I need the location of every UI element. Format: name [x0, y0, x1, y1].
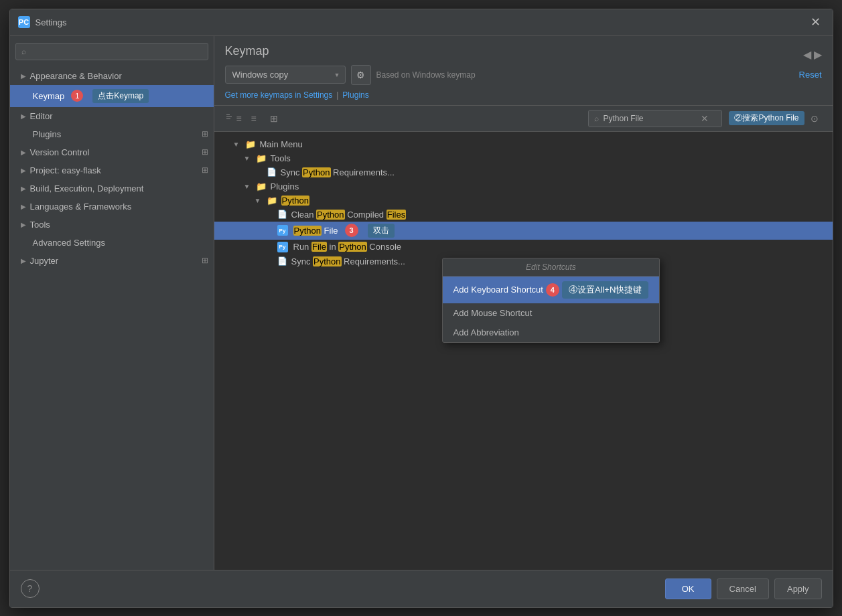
- close-button[interactable]: ✕: [807, 13, 825, 31]
- sidebar-item-appearance[interactable]: ▶ Appearance & Behavior: [10, 67, 214, 85]
- sidebar-item-label: Advanced Settings: [33, 238, 105, 248]
- sidebar-item-label: Tools: [30, 220, 50, 230]
- tree-item-label: Python File: [293, 226, 338, 236]
- title-bar: PC Settings ✕: [10, 9, 833, 36]
- highlight-python: Python: [281, 196, 309, 206]
- shortcut-annotation: ④设置All+N快捷键: [562, 281, 648, 299]
- svg-rect-1: [226, 117, 232, 117]
- highlight-file: File: [311, 242, 327, 252]
- tree-item-run-file[interactable]: Py Run File in Python Console: [214, 240, 833, 254]
- tree-item-label: Python: [281, 196, 309, 206]
- context-menu-add-keyboard[interactable]: Add Keyboard Shortcut 4 ④设置All+N快捷键: [443, 277, 660, 303]
- chevron-icon: ▼: [244, 183, 252, 190]
- sidebar-item-plugins[interactable]: Plugins ⊞: [10, 125, 214, 143]
- sidebar-search-icon: ⌕: [21, 47, 26, 56]
- sidebar: ⌕ ▶ Appearance & Behavior Keymap 1 点击Key…: [10, 36, 214, 570]
- sidebar-item-keymap[interactable]: Keymap 1 点击Keymap: [10, 85, 214, 107]
- clear-search-button[interactable]: ✕: [701, 113, 709, 124]
- file-icon: 📄: [267, 167, 277, 177]
- plugins-icon: ⊞: [202, 129, 208, 139]
- help-button[interactable]: ?: [21, 579, 40, 598]
- plugins-link[interactable]: Plugins: [342, 90, 368, 100]
- back-button[interactable]: ◀: [803, 48, 811, 61]
- double-click-annotation: 双击: [368, 224, 395, 238]
- chevron-icon: ▶: [21, 221, 26, 228]
- navigate-icon[interactable]: ⊙: [807, 111, 822, 126]
- tree-item-label: Main Menu: [260, 139, 303, 149]
- highlight-python4: Python: [338, 242, 366, 252]
- panel-header: Keymap ◀ ▶ Windows copy ⚙ Based on Windo…: [214, 36, 833, 106]
- highlight-python2: Python: [316, 210, 344, 220]
- chevron-icon: ▼: [233, 141, 241, 148]
- folder-icon: 📁: [245, 139, 256, 149]
- tree-item-python-file[interactable]: Py Python File 3 双击: [214, 222, 833, 240]
- sidebar-item-label: Jupyter: [30, 256, 59, 266]
- sidebar-item-editor[interactable]: ▶ Editor: [10, 107, 214, 125]
- tree-toolbar: ≡ ≡ ⊞ ⌕ ✕ ②搜索Python File ⊙: [214, 106, 833, 132]
- sidebar-search[interactable]: ⌕: [15, 43, 208, 60]
- chevron-icon: ▼: [244, 155, 252, 162]
- svg-rect-2: [226, 119, 230, 119]
- collapse-all-button[interactable]: ≡: [245, 110, 263, 127]
- sidebar-item-build[interactable]: ▶ Build, Execution, Deployment: [10, 179, 214, 198]
- based-on-text: Based on Windows keymap: [376, 70, 476, 80]
- search-annotation: ②搜索Python File: [729, 111, 804, 125]
- apply-button[interactable]: Apply: [774, 579, 822, 599]
- sidebar-item-jupyter[interactable]: ▶ Jupyter ⊞: [10, 252, 214, 270]
- tree-item-label: Run File in Python Console: [293, 242, 402, 252]
- highlight-files: Files: [387, 210, 406, 220]
- run-file-icon: Py: [277, 242, 288, 252]
- search-field[interactable]: ⌕ ✕: [588, 110, 722, 127]
- settings-dialog: PC Settings ✕ ⌕ ▶ Appearance & Behavior …: [9, 9, 833, 608]
- sidebar-item-tools[interactable]: ▶ Tools: [10, 216, 214, 234]
- vc-icon: ⊞: [202, 147, 208, 157]
- main-content: ⌕ ▶ Appearance & Behavior Keymap 1 点击Key…: [10, 36, 833, 570]
- tree-item-label: Sync Python Requirements...: [291, 256, 405, 266]
- folder-icon: 📁: [267, 196, 277, 206]
- tree-item-plugins-folder[interactable]: ▼ 📁 Plugins: [214, 179, 833, 194]
- context-menu-add-mouse[interactable]: Add Mouse Shortcut: [443, 303, 660, 323]
- expand-all-button[interactable]: ≡: [225, 110, 242, 127]
- chevron-icon: ▶: [21, 203, 26, 210]
- add-keyboard-label: Add Keyboard Shortcut: [453, 285, 543, 295]
- dialog-title: Settings: [36, 17, 67, 27]
- sidebar-search-input[interactable]: [30, 47, 202, 56]
- chevron-icon: ▶: [21, 149, 26, 156]
- tree-item-label: Tools: [271, 153, 291, 163]
- filter-button[interactable]: ⊞: [265, 110, 283, 127]
- sidebar-item-version-control[interactable]: ▶ Version Control ⊞: [10, 143, 214, 161]
- chevron-icon: ▶: [21, 112, 26, 120]
- tree-item-label: Sync Python Requirements...: [281, 167, 395, 177]
- add-abbreviation-label: Add Abbreviation: [453, 327, 519, 337]
- app-icon: PC: [18, 16, 30, 28]
- tree-item-tools[interactable]: ▼ 📁 Tools: [214, 151, 833, 165]
- sidebar-item-label: Languages & Frameworks: [30, 202, 132, 212]
- chevron-icon: ▼: [255, 197, 263, 204]
- cancel-button[interactable]: Cancel: [717, 579, 769, 599]
- sidebar-item-label: Version Control: [30, 147, 90, 157]
- ok-button[interactable]: OK: [665, 579, 711, 599]
- separator: |: [336, 90, 338, 100]
- sidebar-item-label: Project: easy-flask: [30, 165, 101, 175]
- sidebar-item-label: Keymap: [33, 91, 65, 101]
- tree-item-sync-python[interactable]: 📄 Sync Python Requirements...: [214, 165, 833, 179]
- search-input[interactable]: [603, 114, 697, 123]
- get-more-link[interactable]: Get more keymaps in Settings: [225, 90, 333, 100]
- sidebar-item-languages[interactable]: ▶ Languages & Frameworks: [10, 198, 214, 216]
- sidebar-item-label: Editor: [30, 111, 53, 121]
- search-field-icon: ⌕: [594, 114, 599, 123]
- step-badge-4: 4: [546, 283, 559, 297]
- keymap-select[interactable]: Windows copy: [225, 66, 346, 84]
- tree-item-main-menu[interactable]: ▼ 📁 Main Menu: [214, 137, 833, 151]
- sidebar-item-label: Plugins: [33, 129, 62, 139]
- forward-button[interactable]: ▶: [814, 48, 822, 61]
- sidebar-item-advanced[interactable]: Advanced Settings: [10, 234, 214, 252]
- gear-button[interactable]: ⚙: [351, 65, 371, 85]
- sidebar-item-project[interactable]: ▶ Project: easy-flask ⊞: [10, 161, 214, 179]
- chevron-icon: ▶: [21, 185, 26, 192]
- svg-rect-0: [226, 114, 230, 115]
- context-menu-add-abbreviation[interactable]: Add Abbreviation: [443, 323, 660, 342]
- reset-button[interactable]: Reset: [799, 70, 822, 80]
- tree-item-python-folder[interactable]: ▼ 📁 Python: [214, 194, 833, 208]
- tree-item-clean-python[interactable]: 📄 Clean Python Compiled Files: [214, 208, 833, 222]
